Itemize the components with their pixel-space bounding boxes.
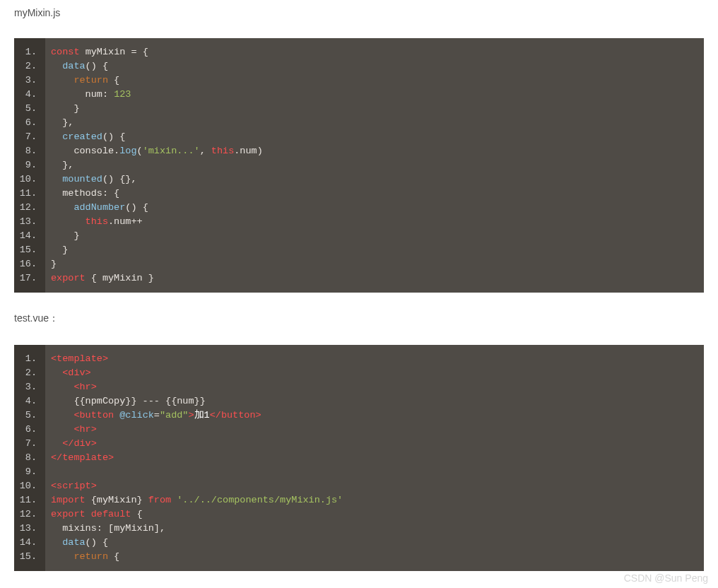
code-line: <button @click="add">加1</button> [51, 408, 698, 423]
line-number: 4. [14, 394, 41, 408]
watermark: CSDN @Sun Peng [624, 572, 708, 584]
code-2: <template> <div> <hr> {{npmCopy}} --- {{… [45, 345, 704, 571]
code-line: num: 123 [51, 88, 698, 102]
line-number: 16. [14, 257, 41, 271]
line-number: 11. [14, 493, 41, 507]
code-line: const myMixin = { [51, 45, 698, 59]
code-line: mixins: [myMixin], [51, 522, 698, 536]
code-block-2: 1.2.3.4.5.6.7.8.9.10.11.12.13.14.15. <te… [14, 345, 704, 571]
code-line: <hr> [51, 423, 698, 437]
code-line: } [51, 243, 698, 257]
code-line: addNumber() { [51, 201, 698, 215]
code-line: methods: { [51, 187, 698, 201]
line-number: 13. [14, 522, 41, 536]
gutter-2: 1.2.3.4.5.6.7.8.9.10.11.12.13.14.15. [14, 345, 45, 571]
line-number: 15. [14, 550, 41, 564]
line-number: 3. [14, 380, 41, 394]
line-number: 14. [14, 229, 41, 243]
code-line: </template> [51, 451, 698, 465]
line-number: 6. [14, 116, 41, 130]
code-line: created() { [51, 130, 698, 144]
line-number: 1. [14, 352, 41, 366]
code-line: mounted() {}, [51, 172, 698, 187]
line-number: 17. [14, 271, 41, 286]
code-line: import {myMixin} from '../../components/… [51, 493, 698, 507]
line-number: 4. [14, 88, 41, 102]
code-line: return { [51, 74, 698, 88]
code-line: } [51, 102, 698, 116]
line-number: 10. [14, 479, 41, 493]
filename-2: test.vue： [0, 305, 718, 338]
line-number: 12. [14, 507, 41, 522]
code-line: }, [51, 116, 698, 130]
code-line: <template> [51, 352, 698, 366]
line-number: 3. [14, 74, 41, 88]
line-number: 6. [14, 423, 41, 437]
line-number: 7. [14, 130, 41, 144]
line-number: 7. [14, 437, 41, 451]
line-number: 2. [14, 366, 41, 380]
code-line: <div> [51, 366, 698, 380]
gutter-1: 1.2.3.4.5.6.7.8.9.10.11.12.13.14.15.16.1… [14, 38, 45, 293]
code-line: } [51, 257, 698, 271]
line-number: 1. [14, 45, 41, 59]
code-line: export { myMixin } [51, 271, 698, 286]
line-number: 5. [14, 408, 41, 423]
line-number: 14. [14, 536, 41, 550]
code-line: data() { [51, 536, 698, 550]
code-line: </div> [51, 437, 698, 451]
code-line: } [51, 229, 698, 243]
code-block-1: 1.2.3.4.5.6.7.8.9.10.11.12.13.14.15.16.1… [14, 38, 704, 293]
filename-1: myMixin.js [0, 0, 718, 31]
code-line: data() { [51, 59, 698, 74]
line-number: 9. [14, 465, 41, 479]
code-line: console.log('mixin...', this.num) [51, 144, 698, 158]
line-number: 8. [14, 451, 41, 465]
line-number: 15. [14, 243, 41, 257]
code-line: <script> [51, 479, 698, 493]
code-line: return { [51, 550, 698, 564]
line-number: 11. [14, 187, 41, 201]
code-line: export default { [51, 507, 698, 522]
code-1: const myMixin = { data() { return { num:… [45, 38, 704, 293]
line-number: 2. [14, 59, 41, 74]
code-line: {{npmCopy}} --- {{num}} [51, 394, 698, 408]
code-line [51, 465, 698, 479]
code-line: <hr> [51, 380, 698, 394]
line-number: 13. [14, 215, 41, 229]
code-line: this.num++ [51, 215, 698, 229]
line-number: 12. [14, 201, 41, 215]
line-number: 10. [14, 172, 41, 187]
line-number: 9. [14, 158, 41, 172]
line-number: 5. [14, 102, 41, 116]
line-number: 8. [14, 144, 41, 158]
code-line: }, [51, 158, 698, 172]
